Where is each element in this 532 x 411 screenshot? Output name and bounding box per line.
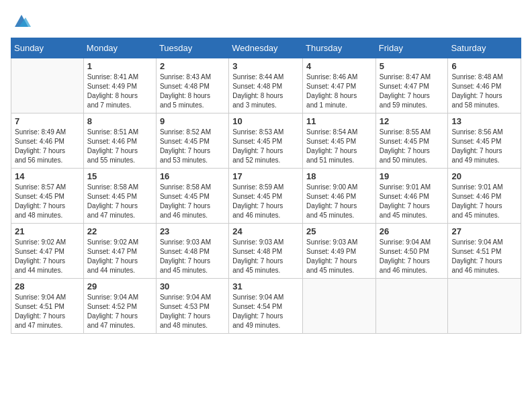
day-number: 25 [306,226,372,236]
weekday-header-row: SundayMondayTuesdayWednesdayThursdayFrid… [11,38,521,58]
day-number: 10 [232,116,299,126]
calendar-cell: 20Sunrise: 9:01 AM Sunset: 4:46 PM Dayli… [448,169,521,224]
calendar-cell: 3Sunrise: 8:44 AM Sunset: 4:48 PM Daylig… [229,58,303,113]
day-number: 21 [15,226,80,236]
calendar-cell: 12Sunrise: 8:55 AM Sunset: 4:45 PM Dayli… [375,113,448,169]
day-number: 6 [451,61,517,71]
day-number: 26 [380,226,445,236]
calendar-cell: 14Sunrise: 8:57 AM Sunset: 4:45 PM Dayli… [11,169,84,224]
day-info: Sunrise: 8:59 AM Sunset: 4:45 PM Dayligh… [232,183,299,220]
day-number: 17 [232,171,299,181]
week-row-5: 28Sunrise: 9:04 AM Sunset: 4:51 PM Dayli… [11,279,521,334]
calendar-cell: 22Sunrise: 9:02 AM Sunset: 4:47 PM Dayli… [83,224,156,279]
week-row-3: 14Sunrise: 8:57 AM Sunset: 4:45 PM Dayli… [11,169,521,224]
calendar-cell: 13Sunrise: 8:56 AM Sunset: 4:45 PM Dayli… [448,113,521,169]
calendar-cell: 27Sunrise: 9:04 AM Sunset: 4:51 PM Dayli… [448,224,521,279]
day-info: Sunrise: 8:55 AM Sunset: 4:45 PM Dayligh… [380,128,445,165]
weekday-header-wednesday: Wednesday [229,38,303,58]
day-info: Sunrise: 8:56 AM Sunset: 4:45 PM Dayligh… [451,128,517,165]
week-row-2: 7Sunrise: 8:49 AM Sunset: 4:46 PM Daylig… [11,113,521,169]
week-row-4: 21Sunrise: 9:02 AM Sunset: 4:47 PM Dayli… [11,224,521,279]
day-number: 14 [15,171,80,181]
day-number: 7 [15,116,80,126]
day-info: Sunrise: 9:04 AM Sunset: 4:54 PM Dayligh… [232,293,299,330]
day-info: Sunrise: 9:04 AM Sunset: 4:51 PM Dayligh… [15,293,80,330]
day-info: Sunrise: 9:03 AM Sunset: 4:49 PM Dayligh… [306,238,372,275]
day-info: Sunrise: 9:00 AM Sunset: 4:46 PM Dayligh… [306,183,372,220]
day-info: Sunrise: 8:43 AM Sunset: 4:48 PM Dayligh… [160,73,225,110]
weekday-header-friday: Friday [375,38,448,58]
calendar-cell: 31Sunrise: 9:04 AM Sunset: 4:54 PM Dayli… [229,279,303,334]
calendar-cell: 18Sunrise: 9:00 AM Sunset: 4:46 PM Dayli… [303,169,376,224]
day-info: Sunrise: 9:04 AM Sunset: 4:50 PM Dayligh… [380,238,445,275]
day-number: 23 [160,226,225,236]
weekday-header-saturday: Saturday [448,38,521,58]
day-number: 20 [451,171,517,181]
day-info: Sunrise: 9:04 AM Sunset: 4:52 PM Dayligh… [87,293,152,330]
day-number: 22 [87,226,152,236]
calendar-cell [303,279,376,334]
day-info: Sunrise: 8:58 AM Sunset: 4:45 PM Dayligh… [160,183,225,220]
day-info: Sunrise: 8:51 AM Sunset: 4:46 PM Dayligh… [87,128,152,165]
calendar-cell: 17Sunrise: 8:59 AM Sunset: 4:45 PM Dayli… [229,169,303,224]
weekday-header-tuesday: Tuesday [156,38,228,58]
calendar-table: SundayMondayTuesdayWednesdayThursdayFrid… [11,38,521,334]
calendar-cell: 21Sunrise: 9:02 AM Sunset: 4:47 PM Dayli… [11,224,84,279]
calendar-cell: 1Sunrise: 8:41 AM Sunset: 4:49 PM Daylig… [83,58,156,113]
weekday-header-thursday: Thursday [303,38,376,58]
day-info: Sunrise: 8:41 AM Sunset: 4:49 PM Dayligh… [87,73,152,110]
day-info: Sunrise: 8:47 AM Sunset: 4:47 PM Dayligh… [380,73,445,110]
day-info: Sunrise: 9:04 AM Sunset: 4:53 PM Dayligh… [160,293,225,330]
day-info: Sunrise: 9:03 AM Sunset: 4:48 PM Dayligh… [232,238,299,275]
calendar-cell: 7Sunrise: 8:49 AM Sunset: 4:46 PM Daylig… [11,113,84,169]
day-number: 18 [306,171,372,181]
calendar-cell: 6Sunrise: 8:48 AM Sunset: 4:46 PM Daylig… [448,58,521,113]
day-info: Sunrise: 8:58 AM Sunset: 4:45 PM Dayligh… [87,183,152,220]
day-info: Sunrise: 8:44 AM Sunset: 4:48 PM Dayligh… [232,73,299,110]
logo-icon [12,11,31,30]
day-number: 5 [380,61,445,71]
calendar-cell: 19Sunrise: 9:01 AM Sunset: 4:46 PM Dayli… [375,169,448,224]
logo [11,11,31,30]
day-info: Sunrise: 8:48 AM Sunset: 4:46 PM Dayligh… [451,73,517,110]
calendar-cell [375,279,448,334]
page-header [11,11,521,30]
calendar-cell: 4Sunrise: 8:46 AM Sunset: 4:47 PM Daylig… [303,58,376,113]
day-info: Sunrise: 9:02 AM Sunset: 4:47 PM Dayligh… [15,238,80,275]
calendar-cell [11,58,84,113]
day-info: Sunrise: 9:02 AM Sunset: 4:47 PM Dayligh… [87,238,152,275]
calendar-cell: 30Sunrise: 9:04 AM Sunset: 4:53 PM Dayli… [156,279,228,334]
day-number: 24 [232,226,299,236]
day-number: 28 [15,281,80,291]
day-number: 11 [306,116,372,126]
day-number: 4 [306,61,372,71]
day-number: 13 [451,116,517,126]
day-number: 1 [87,61,152,71]
calendar-cell: 16Sunrise: 8:58 AM Sunset: 4:45 PM Dayli… [156,169,228,224]
day-number: 9 [160,116,225,126]
calendar-cell: 2Sunrise: 8:43 AM Sunset: 4:48 PM Daylig… [156,58,228,113]
weekday-header-monday: Monday [83,38,156,58]
calendar-cell: 23Sunrise: 9:03 AM Sunset: 4:48 PM Dayli… [156,224,228,279]
day-number: 16 [160,171,225,181]
day-info: Sunrise: 8:46 AM Sunset: 4:47 PM Dayligh… [306,73,372,110]
calendar-cell: 29Sunrise: 9:04 AM Sunset: 4:52 PM Dayli… [83,279,156,334]
day-number: 15 [87,171,152,181]
calendar-cell: 5Sunrise: 8:47 AM Sunset: 4:47 PM Daylig… [375,58,448,113]
calendar-cell: 10Sunrise: 8:53 AM Sunset: 4:45 PM Dayli… [229,113,303,169]
calendar-cell: 25Sunrise: 9:03 AM Sunset: 4:49 PM Dayli… [303,224,376,279]
calendar-cell: 11Sunrise: 8:54 AM Sunset: 4:45 PM Dayli… [303,113,376,169]
calendar-cell [448,279,521,334]
day-info: Sunrise: 9:01 AM Sunset: 4:46 PM Dayligh… [451,183,517,220]
day-info: Sunrise: 8:52 AM Sunset: 4:45 PM Dayligh… [160,128,225,165]
calendar-cell: 9Sunrise: 8:52 AM Sunset: 4:45 PM Daylig… [156,113,228,169]
weekday-header-sunday: Sunday [11,38,84,58]
day-info: Sunrise: 8:57 AM Sunset: 4:45 PM Dayligh… [15,183,80,220]
day-number: 31 [232,281,299,291]
calendar-cell: 24Sunrise: 9:03 AM Sunset: 4:48 PM Dayli… [229,224,303,279]
day-number: 3 [232,61,299,71]
day-number: 2 [160,61,225,71]
day-info: Sunrise: 8:54 AM Sunset: 4:45 PM Dayligh… [306,128,372,165]
calendar-cell: 28Sunrise: 9:04 AM Sunset: 4:51 PM Dayli… [11,279,84,334]
calendar-cell: 8Sunrise: 8:51 AM Sunset: 4:46 PM Daylig… [83,113,156,169]
